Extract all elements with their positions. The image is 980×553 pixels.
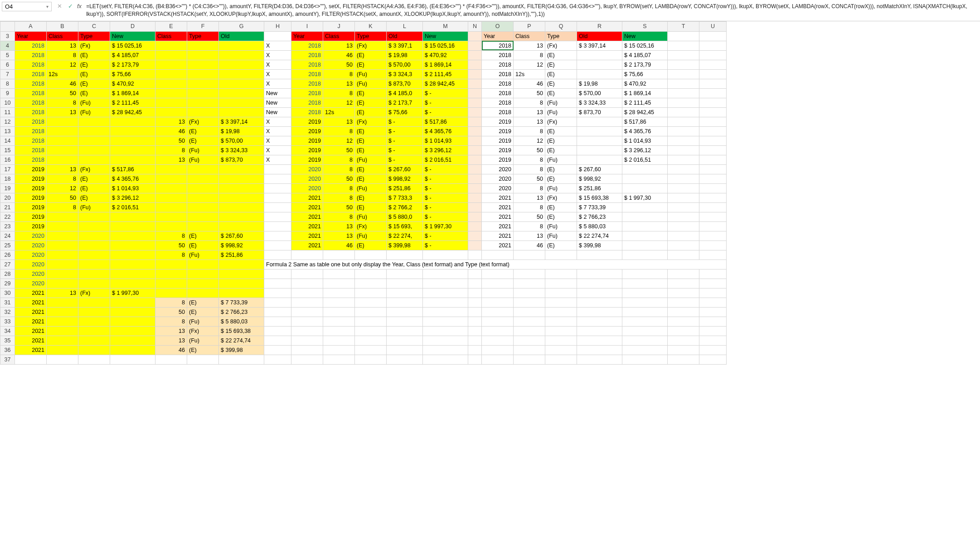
- col-header-P[interactable]: P: [514, 21, 545, 31]
- cell-A30[interactable]: 2021: [15, 288, 47, 298]
- cell-G12[interactable]: $ 3 397,14: [219, 117, 264, 126]
- col-header-H[interactable]: H: [264, 21, 291, 31]
- cell-A25[interactable]: 2020: [15, 240, 47, 250]
- cell-N20[interactable]: [468, 193, 482, 202]
- cell-O28[interactable]: [482, 269, 514, 279]
- cell-E22[interactable]: [155, 212, 187, 221]
- cell-G22[interactable]: [219, 212, 264, 221]
- cell-O14[interactable]: 2019: [482, 136, 514, 145]
- cell-H30[interactable]: [264, 288, 291, 298]
- cell-B12[interactable]: [47, 117, 78, 126]
- cell-L33[interactable]: [387, 317, 423, 326]
- cell-T12[interactable]: [668, 117, 699, 126]
- cell-A26[interactable]: 2020: [15, 250, 47, 260]
- cell-E7[interactable]: [155, 69, 187, 79]
- cell-K19[interactable]: (Fu): [355, 183, 387, 193]
- cell-M28[interactable]: [423, 269, 468, 279]
- cell-F5[interactable]: [187, 50, 219, 60]
- cell-E4[interactable]: [155, 41, 187, 50]
- chevron-down-icon[interactable]: ▾: [46, 4, 49, 9]
- cell-M31[interactable]: [423, 298, 468, 307]
- cell-E6[interactable]: [155, 60, 187, 69]
- cell-C30[interactable]: (Fx): [78, 288, 110, 298]
- cell-H21[interactable]: [264, 202, 291, 212]
- cell-S14[interactable]: $ 1 014,93: [622, 136, 668, 145]
- cell-F21[interactable]: [187, 202, 219, 212]
- cell-J33[interactable]: [323, 317, 355, 326]
- cell-S4[interactable]: $ 15 025,16: [622, 41, 668, 50]
- cell-B33[interactable]: [47, 317, 78, 326]
- cell-H33[interactable]: [264, 317, 291, 326]
- cell-A20[interactable]: 2019: [15, 193, 47, 202]
- cell-F16[interactable]: (Fu): [187, 155, 219, 164]
- cell-T15[interactable]: [668, 145, 699, 155]
- cell-G31[interactable]: $ 7 733,39: [219, 298, 264, 307]
- cell-G23[interactable]: [219, 221, 264, 231]
- header-S[interactable]: New: [622, 31, 668, 41]
- cell-H24[interactable]: [264, 231, 291, 240]
- cell-T5[interactable]: [668, 50, 699, 60]
- cell-J8[interactable]: 13: [323, 79, 355, 88]
- cell-R24[interactable]: $ 22 274,74: [577, 231, 622, 240]
- cell-T13[interactable]: [668, 126, 699, 136]
- cell-A6[interactable]: 2018: [15, 60, 47, 69]
- cell-F32[interactable]: (E): [187, 307, 219, 317]
- cell-N17[interactable]: [468, 164, 482, 174]
- cell-T9[interactable]: [668, 88, 699, 98]
- cell-G24[interactable]: $ 267,60: [219, 231, 264, 240]
- cell-Q8[interactable]: (E): [545, 79, 577, 88]
- cell-T28[interactable]: [668, 269, 699, 279]
- cell-G13[interactable]: $ 19,98: [219, 126, 264, 136]
- cell-M26[interactable]: [423, 250, 468, 260]
- cell-I25[interactable]: 2021: [291, 240, 323, 250]
- cell-I10[interactable]: 2018: [291, 98, 323, 107]
- cell-D12[interactable]: [110, 117, 155, 126]
- cell-E30[interactable]: [155, 288, 187, 298]
- cell-O9[interactable]: 2018: [482, 88, 514, 98]
- cell-R14[interactable]: [577, 136, 622, 145]
- row-header-32[interactable]: 32: [0, 307, 15, 317]
- cell-S5[interactable]: $ 4 185,07: [622, 50, 668, 60]
- cell-O33[interactable]: [482, 317, 514, 326]
- cell-S9[interactable]: $ 1 869,14: [622, 88, 668, 98]
- cell-T6[interactable]: [668, 60, 699, 69]
- cell-Q19[interactable]: (Fu): [545, 183, 577, 193]
- row-header-29[interactable]: 29: [0, 279, 15, 288]
- cell-B37[interactable]: [47, 355, 78, 364]
- cell-G26[interactable]: $ 251,86: [219, 250, 264, 260]
- cell-C22[interactable]: [78, 212, 110, 221]
- cell-D31[interactable]: [110, 298, 155, 307]
- cell-R4[interactable]: $ 3 397,14: [577, 41, 622, 50]
- cell-T8[interactable]: [668, 79, 699, 88]
- cell-R34[interactable]: [577, 326, 622, 336]
- cell-B16[interactable]: [47, 155, 78, 164]
- cell-A22[interactable]: 2019: [15, 212, 47, 221]
- cell-P30[interactable]: [514, 288, 545, 298]
- cell-J6[interactable]: 50: [323, 60, 355, 69]
- cell-A4[interactable]: 2018: [15, 41, 47, 50]
- cell-D25[interactable]: [110, 240, 155, 250]
- cell-F33[interactable]: (Fu): [187, 317, 219, 326]
- cell-S25[interactable]: [622, 240, 668, 250]
- cell-U30[interactable]: [699, 288, 727, 298]
- cell-Q22[interactable]: (E): [545, 212, 577, 221]
- cell-Q29[interactable]: [545, 279, 577, 288]
- cell-B36[interactable]: [47, 345, 78, 355]
- cell-M10[interactable]: $ -: [423, 98, 468, 107]
- cell-I16[interactable]: 2019: [291, 155, 323, 164]
- cell-D30[interactable]: $ 1 997,30: [110, 288, 155, 298]
- cell-J37[interactable]: [323, 355, 355, 364]
- cell-Q34[interactable]: [545, 326, 577, 336]
- cell-C24[interactable]: [78, 231, 110, 240]
- cell-J28[interactable]: [323, 269, 355, 279]
- cell-J4[interactable]: 13: [323, 41, 355, 50]
- cell-P26[interactable]: [514, 250, 545, 260]
- cell-P37[interactable]: [514, 355, 545, 364]
- cell-H18[interactable]: [264, 174, 291, 183]
- cell-H32[interactable]: [264, 307, 291, 317]
- cell-J21[interactable]: 50: [323, 202, 355, 212]
- cell-S12[interactable]: $ 517,86: [622, 117, 668, 126]
- cell-P6[interactable]: 12: [514, 60, 545, 69]
- cell-Q5[interactable]: (E): [545, 50, 577, 60]
- cell-K23[interactable]: (Fx): [355, 221, 387, 231]
